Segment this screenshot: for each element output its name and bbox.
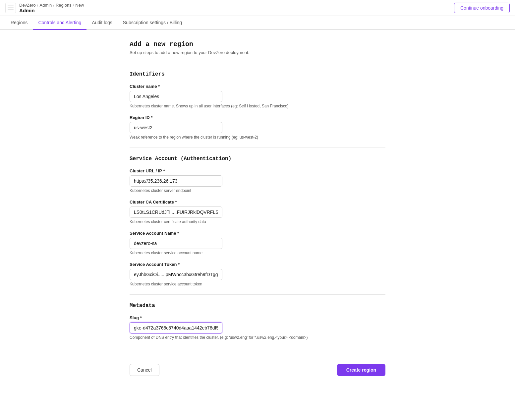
continue-onboarding-button[interactable]: Continue onboarding [454, 3, 510, 13]
breadcrumb-devzero: DevZero [19, 3, 36, 8]
cluster-name-help: Kubernetes cluster name. Shows up in all… [130, 104, 385, 108]
create-region-button[interactable]: Create region [337, 364, 385, 376]
cluster-ca-label: Cluster CA Certificate * [130, 200, 385, 205]
breadcrumb-sep-1: / [37, 3, 38, 8]
top-bar-left: DevZero / Admin / Regions / New Admin [5, 3, 84, 13]
field-region-id: Region ID * Weak reference to the region… [130, 115, 385, 140]
section-identifiers-title: Identifiers [130, 71, 385, 77]
cluster-name-input[interactable] [130, 91, 222, 102]
page-title: Add a new region [130, 40, 385, 48]
slug-help: Component of DNS entry that identifies t… [130, 335, 385, 340]
nav-tabs: Regions Controls and Alerting Audit logs… [0, 16, 515, 30]
cluster-url-help: Kubernetes cluster server endpoint [130, 188, 385, 193]
region-id-input[interactable] [130, 122, 222, 133]
service-account-name-input[interactable] [130, 238, 222, 249]
cancel-button[interactable]: Cancel [130, 364, 159, 376]
divider-top [130, 63, 385, 63]
breadcrumb-regions: Regions [56, 3, 72, 8]
cluster-ca-help: Kubernetes cluster certificate authority… [130, 219, 385, 224]
field-cluster-ca: Cluster CA Certificate * Kubernetes clus… [130, 200, 385, 224]
field-service-account-token: Service Account Token * Kubernetes clust… [130, 262, 385, 286]
cluster-url-input[interactable] [130, 175, 222, 187]
service-account-name-help: Kubernetes cluster service account name [130, 251, 385, 255]
breadcrumb-admin: Admin [39, 3, 52, 8]
cluster-url-label: Cluster URL / IP * [130, 168, 385, 173]
divider-service-account [130, 294, 385, 295]
region-id-help: Weak reference to the region where the c… [130, 135, 385, 140]
cluster-name-label: Cluster name * [130, 84, 385, 89]
field-cluster-url: Cluster URL / IP * Kubernetes cluster se… [130, 168, 385, 193]
field-slug: Slug * Component of DNS entry that ident… [130, 315, 385, 340]
breadcrumb-new: New [75, 3, 84, 8]
divider-identifiers [130, 148, 385, 148]
section-service-account-title: Service Account (Authentication) [130, 156, 385, 162]
field-service-account-name: Service Account Name * Kubernetes cluste… [130, 231, 385, 255]
main-content: Add a new region Set up steps to add a n… [122, 30, 393, 396]
divider-metadata [130, 348, 385, 348]
slug-input[interactable] [130, 322, 222, 333]
page-subtitle: Set up steps to add a new region to your… [130, 50, 385, 55]
brand-title: Admin [19, 8, 84, 13]
tab-controls[interactable]: Controls and Alerting [33, 16, 86, 30]
region-id-label: Region ID * [130, 115, 385, 120]
breadcrumb: DevZero / Admin / Regions / New [19, 3, 84, 8]
footer-actions: Cancel Create region [130, 356, 385, 376]
service-account-token-label: Service Account Token * [130, 262, 385, 267]
tab-audit[interactable]: Audit logs [86, 16, 117, 30]
service-account-token-help: Kubernetes cluster service account token [130, 282, 385, 286]
tab-regions[interactable]: Regions [5, 16, 33, 30]
top-bar: DevZero / Admin / Regions / New Admin Co… [0, 0, 515, 16]
breadcrumb-sep-3: / [73, 3, 74, 8]
service-account-name-label: Service Account Name * [130, 231, 385, 236]
menu-icon[interactable] [5, 3, 16, 13]
slug-label: Slug * [130, 315, 385, 320]
section-metadata-title: Metadata [130, 303, 385, 309]
tab-subscription[interactable]: Subscription settings / Billing [118, 16, 187, 30]
breadcrumb-sep-2: / [53, 3, 54, 8]
service-account-token-input[interactable] [130, 269, 222, 280]
cluster-ca-input[interactable] [130, 207, 222, 218]
field-cluster-name: Cluster name * Kubernetes cluster name. … [130, 84, 385, 108]
top-bar-brand: DevZero / Admin / Regions / New Admin [19, 3, 84, 13]
